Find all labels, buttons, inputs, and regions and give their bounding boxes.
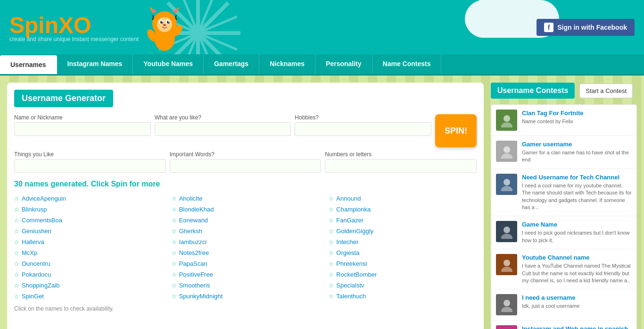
numbers-input[interactable] (325, 159, 477, 173)
start-contest-button[interactable]: Start a Contest (579, 84, 633, 98)
generated-name-item[interactable]: ☆RocketBomber (329, 270, 477, 279)
svg-point-34 (504, 300, 510, 306)
contest-info: Gamer username Gamer for a clan name has… (522, 141, 632, 164)
nav-personality[interactable]: Personality (315, 54, 372, 74)
generated-name-item[interactable]: ☆CommentsBoа (14, 216, 162, 225)
contest-item[interactable]: Clan Tag For Fortnite Name contest by Fe… (491, 105, 636, 136)
contest-item[interactable]: Gamer username Gamer for a clan name has… (491, 136, 636, 169)
generated-name-item[interactable]: ☆PositiveFree (172, 270, 320, 279)
generated-name-item[interactable]: ☆Championka (329, 205, 477, 214)
avatar-image (496, 325, 517, 329)
signin-facebook-button[interactable]: f Sign in with Facebook (537, 19, 635, 36)
nav-youtube-names[interactable]: Youtube Names (133, 54, 204, 74)
like-input[interactable] (155, 122, 291, 136)
numbers-label: Numbers or letters (325, 151, 477, 158)
words-input[interactable] (170, 159, 322, 173)
generated-name-item[interactable]: ☆Phreekensi (329, 259, 477, 268)
contest-item[interactable]: Need Username for Tech Channel I need a … (491, 169, 636, 217)
contest-item[interactable]: Youtube Channel name I have a YouTube Ch… (491, 249, 636, 289)
words-label: Important Words? (170, 151, 322, 158)
name-text: CommentsBoа (22, 217, 62, 224)
generated-name-item[interactable]: ☆Blinkrusp (14, 205, 162, 214)
star-icon: ☆ (329, 250, 334, 256)
contests-header: Username Contests Start a Contest (491, 83, 637, 99)
name-text: PapaScan (179, 260, 207, 267)
star-icon: ☆ (329, 293, 334, 300)
things-label: Things you Like (14, 151, 166, 158)
spin-button[interactable]: SPIN! (435, 114, 477, 147)
nav-gamertags[interactable]: Gamertags (204, 54, 259, 74)
generated-name-item[interactable]: ☆FanGazer (329, 216, 477, 225)
contest-item[interactable]: I need a username Idk, just a cool usern… (491, 289, 636, 321)
like-field-group: What are you like? (155, 114, 291, 136)
contest-description: Idk, just a cool username (522, 303, 632, 310)
avatar-image (496, 141, 517, 162)
contest-item[interactable]: Game Name I need to pick good nicknames … (491, 216, 636, 249)
name-text: GoldenGiggly (336, 228, 373, 235)
generated-name-item[interactable]: ☆AholicIte (172, 194, 320, 203)
contest-info: Game Name I need to pick good nicknames … (522, 221, 632, 244)
nav-name-contests[interactable]: Name Contests (372, 54, 442, 74)
generated-name-item[interactable]: ☆McXp (14, 248, 162, 257)
star-icon: ☆ (172, 261, 177, 267)
name-text: Notes2free (179, 249, 209, 256)
nav-usernames[interactable]: Usernames (0, 55, 57, 74)
svg-point-29 (501, 186, 512, 191)
logo-area: SpinXO create and share unique Instant m… (9, 5, 183, 50)
hobbies-input[interactable] (295, 122, 431, 136)
star-icon: ☆ (14, 217, 19, 224)
star-icon: ☆ (329, 271, 334, 278)
generated-name-item[interactable]: ☆Gherksh (172, 227, 320, 236)
generated-name-item[interactable]: ☆Annound (329, 194, 477, 203)
generated-name-item[interactable]: ☆ShoppingZaib (14, 281, 162, 290)
generated-name-item[interactable]: ☆PapaScan (172, 259, 320, 268)
generated-name-item[interactable]: ☆Talenthuch (329, 292, 477, 301)
things-input[interactable] (14, 159, 166, 173)
generated-name-item[interactable]: ☆Eonewand (172, 216, 320, 225)
contest-item[interactable]: Instagram and Web name in spanish (491, 321, 636, 329)
contest-info: Need Username for Tech Channel I need a … (522, 174, 632, 211)
generated-name-item[interactable]: ☆Orgiesta (329, 248, 477, 257)
generated-name-item[interactable]: ☆SpunkyMidnight (172, 292, 320, 301)
generated-name-item[interactable]: ☆Ouncentru (14, 259, 162, 268)
name-text: Pokardocu (22, 271, 51, 278)
star-icon: ☆ (14, 228, 19, 235)
name-text: Blinkrusp (22, 206, 47, 213)
name-text: AdviceApenguin (22, 195, 66, 202)
star-icon: ☆ (14, 293, 19, 300)
star-icon: ☆ (329, 195, 334, 202)
svg-point-19 (162, 21, 163, 23)
svg-point-25 (501, 122, 512, 127)
logo-tagline: create and share unique Instant messenge… (9, 36, 139, 42)
generated-name-item[interactable]: ☆Specialstv (329, 281, 477, 290)
svg-point-33 (501, 267, 512, 272)
generated-name-item[interactable]: ☆SpinGet (14, 292, 162, 301)
contest-avatar (496, 325, 517, 329)
generated-name-item[interactable]: ☆Intecher (329, 237, 477, 246)
generated-name-item[interactable]: ☆AdviceApenguin (14, 194, 162, 203)
generated-name-item[interactable]: ☆GoldenGiggly (329, 227, 477, 236)
input-section: Name or Nickname What are you like? Hobb… (14, 114, 477, 173)
nav-nicknames[interactable]: Nicknames (259, 54, 315, 74)
star-icon: ☆ (14, 282, 19, 289)
generated-name-item[interactable]: ☆Geniusheri (14, 227, 162, 236)
name-text: RocketBomber (336, 271, 377, 278)
generated-name-item[interactable]: ☆BlondieKhad (172, 205, 320, 214)
generated-name-item[interactable]: ☆Smootheris (172, 281, 320, 290)
name-input[interactable] (14, 122, 151, 136)
contest-avatar (496, 294, 517, 315)
star-icon: ☆ (172, 282, 177, 289)
svg-point-24 (504, 115, 510, 122)
generated-name-item[interactable]: ☆Hallerva (14, 237, 162, 246)
contest-name: Youtube Channel name (522, 254, 632, 261)
name-text: Eonewand (179, 217, 208, 224)
generated-name-item[interactable]: ☆Notes2free (172, 248, 320, 257)
svg-point-26 (504, 146, 510, 153)
star-icon: ☆ (14, 250, 19, 256)
nav-instagram-names[interactable]: Instagram Names (57, 54, 133, 74)
contest-description: I need a cool name for my youtube channe… (522, 182, 632, 211)
words-field-group: Important Words? (170, 151, 322, 173)
contest-name: Instagram and Web name in spanish (522, 325, 632, 329)
generated-name-item[interactable]: ☆Iambuzzci (172, 237, 320, 246)
generated-name-item[interactable]: ☆Pokardocu (14, 270, 162, 279)
